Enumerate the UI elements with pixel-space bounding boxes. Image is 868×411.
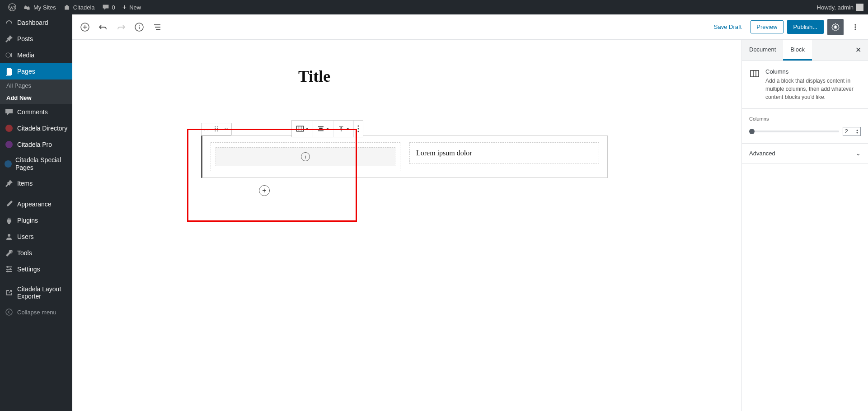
adminbar-account[interactable]: Howdy, admin — [817, 4, 863, 11]
add-block-inline-button[interactable]: + — [301, 152, 310, 161]
chevron-down-icon: ▼ — [346, 127, 350, 131]
plus-icon: + — [122, 3, 127, 11]
tab-document[interactable]: Document — [742, 40, 783, 61]
comments-icon — [5, 107, 14, 117]
menu-items[interactable]: Items — [0, 175, 72, 191]
tab-block[interactable]: Block — [783, 40, 812, 61]
menu-tools[interactable]: Tools — [0, 245, 72, 261]
add-block-button[interactable] — [77, 19, 93, 35]
svg-point-3 — [7, 266, 9, 268]
menu-settings[interactable]: Settings — [0, 261, 72, 277]
columns-block[interactable]: + Lorem ipsum dolor — [201, 135, 608, 178]
columns-number-input[interactable]: 2 ▲▼ — [843, 127, 861, 136]
my-sites-label: My Sites — [33, 4, 56, 11]
editor-canvas: Title ︿ ⠿ ﹀ ▼ ▼ ▼ — [72, 40, 741, 411]
drag-handle-icon[interactable]: ⠿ — [211, 123, 221, 135]
submenu-add-new[interactable]: Add New — [0, 92, 72, 104]
wp-logo[interactable] — [5, 0, 20, 14]
menu-layout-exporter[interactable]: Citadela Layout Exporter — [0, 282, 72, 304]
media-icon — [5, 51, 14, 60]
save-draft-button[interactable]: Save Draft — [708, 20, 747, 34]
plug-icon — [5, 216, 14, 225]
block-name: Columns — [765, 68, 861, 75]
block-toolbar: ▼ ▼ ▼ — [291, 120, 363, 137]
avatar-icon — [856, 4, 863, 11]
menu-plugins[interactable]: Plugins — [0, 212, 72, 229]
citadela-special-icon — [5, 159, 12, 168]
brush-icon — [5, 200, 14, 209]
svg-point-11 — [854, 24, 856, 25]
slider-thumb[interactable] — [749, 129, 755, 134]
dashboard-icon — [5, 18, 14, 27]
columns-icon — [749, 68, 760, 79]
column-appender[interactable]: + — [216, 147, 395, 166]
columns-icon — [296, 124, 305, 133]
columns-label: Columns — [749, 116, 861, 121]
menu-comments[interactable]: Comments — [0, 104, 72, 120]
add-block-after-button[interactable]: + — [259, 185, 270, 196]
align-button[interactable]: ▼ — [313, 121, 333, 137]
svg-rect-19 — [751, 70, 759, 77]
svg-point-17 — [357, 128, 359, 130]
valign-button[interactable]: ▼ — [333, 121, 354, 137]
preview-button[interactable]: Preview — [751, 20, 783, 33]
move-up-button[interactable]: ︿ — [202, 123, 211, 135]
menu-pages[interactable]: Pages — [0, 63, 72, 79]
wrench-icon — [5, 248, 14, 257]
collapse-icon — [5, 308, 14, 317]
more-menu-button[interactable] — [847, 19, 863, 35]
comments-link[interactable]: 0 — [99, 0, 119, 14]
chevron-down-icon: ▼ — [326, 127, 329, 131]
new-link[interactable]: + New — [119, 0, 145, 14]
admin-sidebar: Dashboard Posts Media Pages All Pages Ad… — [0, 14, 72, 411]
menu-citadela-directory[interactable]: Citadela Directory — [0, 120, 72, 136]
menu-users[interactable]: Users — [0, 229, 72, 245]
column-1[interactable]: + — [211, 142, 400, 171]
site-link[interactable]: Citadela — [60, 0, 99, 14]
my-sites-link[interactable]: My Sites — [20, 0, 60, 14]
columns-slider[interactable] — [749, 131, 839, 132]
menu-citadela-special[interactable]: Citadela Special Pages — [0, 153, 72, 175]
publish-button[interactable]: Publish... — [787, 20, 824, 34]
pages-icon — [5, 67, 14, 76]
pages-submenu: All Pages Add New — [0, 79, 72, 104]
paragraph-block[interactable]: Lorem ipsum dolor — [409, 142, 599, 164]
svg-point-2 — [8, 234, 10, 237]
outline-button[interactable] — [149, 19, 165, 35]
menu-citadela-pro[interactable]: Citadela Pro — [0, 136, 72, 153]
editor-header: Save Draft Preview Publish... — [72, 14, 868, 40]
spinner-icon[interactable]: ▲▼ — [856, 129, 859, 134]
menu-dashboard[interactable]: Dashboard — [0, 14, 72, 31]
submenu-all-pages[interactable]: All Pages — [0, 79, 72, 92]
panel-tabs: Document Block ✕ — [742, 40, 868, 61]
block-more-button[interactable] — [354, 121, 363, 137]
redo-button[interactable] — [113, 19, 129, 35]
collapse-menu[interactable]: Collapse menu — [0, 304, 72, 320]
chevron-down-icon: ⌄ — [856, 150, 861, 157]
move-down-button[interactable]: ﹀ — [221, 123, 231, 135]
howdy-label: Howdy, admin — [817, 4, 854, 11]
admin-bar: My Sites Citadela 0 + New Howdy, admin — [0, 0, 868, 14]
menu-media[interactable]: Media — [0, 47, 72, 63]
info-button[interactable] — [131, 19, 147, 35]
column-2[interactable]: Lorem ipsum dolor — [409, 142, 599, 171]
menu-posts[interactable]: Posts — [0, 31, 72, 47]
undo-button[interactable] — [95, 19, 111, 35]
svg-point-13 — [854, 28, 856, 30]
comment-count: 0 — [112, 4, 115, 11]
close-panel-button[interactable]: ✕ — [852, 43, 864, 56]
site-name-label: Citadela — [73, 4, 95, 11]
valign-icon — [337, 125, 345, 133]
svg-point-9 — [139, 25, 140, 26]
block-type-button[interactable]: ▼ — [292, 121, 313, 137]
advanced-panel-toggle[interactable]: Advanced ⌄ — [742, 144, 868, 163]
svg-point-10 — [835, 26, 837, 28]
svg-point-12 — [854, 26, 856, 28]
export-icon — [5, 288, 14, 297]
svg-point-18 — [357, 131, 359, 132]
menu-appearance[interactable]: Appearance — [0, 196, 72, 212]
block-description: Add a block that displays content in mul… — [765, 77, 861, 101]
pin-icon — [5, 34, 14, 43]
page-title[interactable]: Title — [72, 40, 741, 104]
settings-button[interactable] — [827, 19, 844, 35]
